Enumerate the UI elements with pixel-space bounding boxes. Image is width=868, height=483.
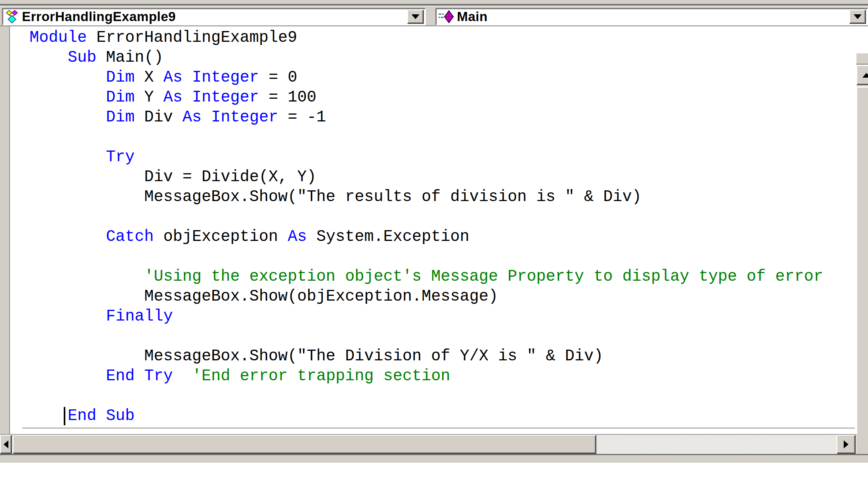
code-line: MessageBox.Show("The Division of Y/X is … [29, 346, 856, 366]
code-content[interactable]: Module ErrorHandlingExample9 Sub Main() … [11, 28, 856, 434]
code-line: MessageBox.Show(objException.Message) [29, 287, 856, 307]
breakpoint-margin[interactable] [0, 26, 10, 434]
arrow-left-icon [4, 440, 8, 448]
scroll-right-button[interactable] [837, 435, 856, 454]
code-line: Sub Main() [29, 48, 856, 68]
code-line: 'Using the exception object's Message Pr… [29, 267, 856, 287]
object-combobox[interactable]: ErrorHandlingExample9 [2, 8, 426, 25]
code-line [29, 127, 856, 147]
procedure-separator-line [22, 428, 855, 428]
object-combo-dropdown-button[interactable] [407, 10, 424, 24]
code-editor[interactable]: Module ErrorHandlingExample9 Sub Main() … [0, 25, 868, 434]
vertical-scroll-thumb[interactable] [856, 87, 868, 434]
code-line [29, 386, 856, 406]
code-line: End Sub [29, 406, 856, 426]
text-caret [64, 407, 65, 425]
vertical-scrollbar[interactable] [856, 53, 868, 434]
window-bottom-edge [0, 454, 868, 483]
code-line: Dim Y As Integer = 100 [29, 88, 856, 108]
chevron-down-icon [411, 14, 419, 19]
member-combo-dropdown-button[interactable] [849, 10, 866, 24]
horizontal-scroll-thumb[interactable] [13, 435, 596, 454]
code-line: End Try 'End error trapping section [29, 366, 856, 386]
code-line: Catch objException As System.Exception [29, 227, 856, 247]
code-line [29, 327, 856, 346]
arrow-up-icon [862, 73, 868, 78]
toolbar-divider [0, 4, 868, 6]
horizontal-scrollbar[interactable] [0, 434, 856, 454]
code-line: Finally [29, 307, 856, 327]
member-combo-value: Main [457, 9, 488, 24]
code-line: Try [29, 147, 856, 167]
vb-code-editor-window: ErrorHandlingExample9 Main [0, 0, 868, 483]
code-line: Dim Div As Integer = -1 [29, 108, 856, 127]
scroll-up-button[interactable] [856, 65, 868, 85]
code-line: Dim X As Integer = 0 [29, 68, 856, 88]
code-line: Module ErrorHandlingExample9 [29, 28, 856, 48]
method-icon [438, 10, 454, 23]
splitter-handle[interactable] [856, 53, 868, 65]
arrow-right-icon [844, 440, 848, 448]
vb-project-icon [5, 10, 19, 24]
code-line: MessageBox.Show("The results of division… [29, 187, 856, 207]
code-line [29, 247, 856, 267]
editor-navigation-bar: ErrorHandlingExample9 Main [0, 0, 868, 25]
code-line: Div = Divide(X, Y) [29, 167, 856, 187]
code-line [29, 207, 856, 227]
scroll-left-button[interactable] [0, 435, 12, 454]
object-combo-value: ErrorHandlingExample9 [22, 9, 176, 24]
chevron-down-icon [854, 14, 862, 19]
member-combobox[interactable]: Main [435, 8, 868, 25]
